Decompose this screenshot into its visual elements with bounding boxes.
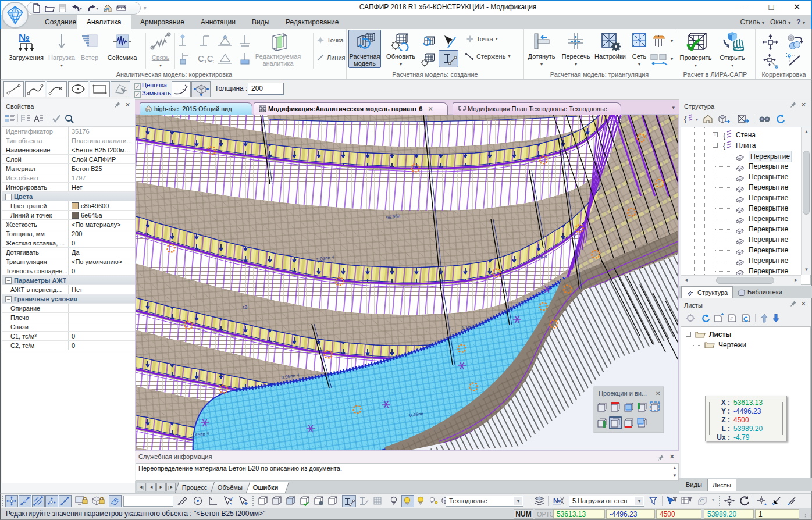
svg-text:{: { — [723, 142, 725, 150]
svg-text:№: № — [19, 32, 30, 43]
svg-text:▾: ▾ — [696, 117, 698, 122]
svg-text:✓: ✓ — [230, 496, 234, 501]
svg-text:-18: -18 — [240, 304, 248, 311]
svg-text:▾: ▾ — [80, 6, 82, 11]
svg-text:C1C2: C1C2 — [198, 54, 214, 65]
svg-text:№: № — [553, 497, 561, 505]
svg-text:✕: ✕ — [656, 390, 660, 397]
svg-text:▾: ▾ — [96, 6, 98, 11]
svg-text:{: { — [684, 115, 687, 123]
svg-text:Проекции и ви...: Проекции и ви... — [599, 390, 647, 397]
svg-text:#: # — [730, 316, 733, 322]
svg-text:{: { — [723, 131, 725, 140]
